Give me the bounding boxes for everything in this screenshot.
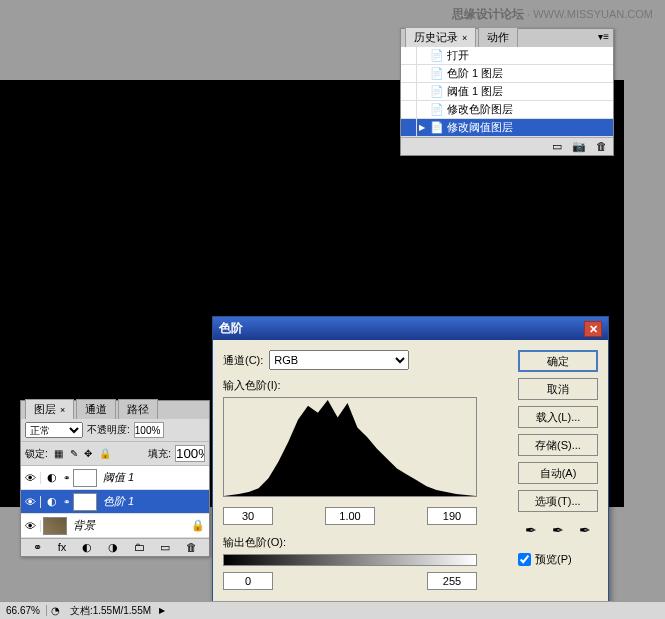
adjustment-thumb: ◐ — [43, 469, 61, 487]
history-item-label: 修改阈值图层 — [447, 120, 513, 135]
lock-move-icon[interactable]: ✥ — [84, 448, 92, 459]
layer-thumbnail[interactable] — [73, 493, 97, 511]
histogram[interactable] — [223, 397, 477, 497]
visibility-icon[interactable]: 👁 — [21, 496, 41, 508]
new-layer-icon[interactable]: ▭ — [160, 541, 170, 554]
output-gradient[interactable] — [223, 554, 477, 566]
document-icon: 📄 — [427, 67, 447, 80]
ok-button[interactable]: 确定 — [518, 350, 598, 372]
close-tab-icon[interactable]: × — [462, 33, 467, 43]
gray-dropper-icon[interactable]: ✒ — [552, 522, 564, 538]
opacity-label: 不透明度: — [87, 423, 130, 437]
black-dropper-icon[interactable]: ✒ — [525, 522, 537, 538]
trash-icon[interactable]: 🗑 — [596, 140, 607, 153]
document-icon: 📄 — [427, 103, 447, 116]
layer-item[interactable]: 👁背景🔒 — [21, 514, 209, 538]
lock-transparent-icon[interactable]: ▦ — [54, 448, 63, 459]
tab-channels[interactable]: 通道 — [76, 399, 116, 419]
tab-actions[interactable]: 动作 — [478, 27, 518, 47]
layer-item[interactable]: 👁◐⚭阈值 1 — [21, 466, 209, 490]
options-button[interactable]: 选项(T)... — [518, 490, 598, 512]
fill-input[interactable] — [175, 445, 205, 462]
link-icon[interactable]: ⚭ — [33, 541, 42, 554]
lock-icon: 🔒 — [191, 519, 205, 532]
blend-mode-select[interactable]: 正常 — [25, 422, 83, 438]
fill-label: 填充: — [148, 447, 171, 461]
document-icon: 📄 — [427, 121, 447, 134]
layer-thumbnail[interactable] — [73, 469, 97, 487]
zoom-level[interactable]: 66.67% — [0, 605, 47, 616]
lock-label: 锁定: — [25, 447, 48, 461]
layer-thumbnail[interactable] — [43, 517, 67, 535]
save-button[interactable]: 存储(S)... — [518, 434, 598, 456]
opacity-input[interactable] — [134, 422, 164, 438]
trash-icon[interactable]: 🗑 — [186, 541, 197, 554]
history-item[interactable]: 📄色阶 1 图层 — [401, 65, 613, 83]
lock-paint-icon[interactable]: ✎ — [70, 448, 78, 459]
tab-layers[interactable]: 图层× — [25, 399, 74, 419]
channel-select[interactable]: RGB — [269, 350, 409, 370]
status-icon[interactable]: ◔ — [47, 605, 64, 616]
dialog-title: 色阶 — [219, 320, 243, 337]
layer-name: 色阶 1 — [103, 494, 134, 509]
layer-name: 背景 — [73, 518, 95, 533]
input-white-field[interactable] — [427, 507, 477, 525]
auto-button[interactable]: 自动(A) — [518, 462, 598, 484]
preview-checkbox[interactable]: 预览(P) — [518, 552, 598, 567]
levels-dialog: 色阶 ✕ 通道(C): RGB 输入色阶(I): 输出色阶(O): — [212, 316, 609, 614]
tab-history[interactable]: 历史记录× — [405, 27, 476, 47]
load-button[interactable]: 载入(L)... — [518, 406, 598, 428]
doc-size: 文档:1.55M/1.55M — [64, 604, 157, 618]
visibility-icon[interactable]: 👁 — [21, 472, 41, 484]
close-icon[interactable]: ✕ — [584, 321, 602, 337]
mask-icon[interactable]: ◐ — [82, 541, 92, 554]
link-icon[interactable]: ⚭ — [63, 473, 71, 483]
layer-item[interactable]: 👁◐⚭色阶 1 — [21, 490, 209, 514]
history-item[interactable]: 📄阈值 1 图层 — [401, 83, 613, 101]
snapshot-icon[interactable]: ▭ — [552, 140, 562, 153]
layer-name: 阈值 1 — [103, 470, 134, 485]
fx-icon[interactable]: fx — [58, 541, 67, 554]
panel-menu-icon[interactable]: ▾≡ — [598, 31, 609, 42]
tab-paths[interactable]: 路径 — [118, 399, 158, 419]
input-levels-label: 输入色阶(I): — [223, 378, 508, 393]
history-item[interactable]: 📄打开 — [401, 47, 613, 65]
input-black-field[interactable] — [223, 507, 273, 525]
adjustment-thumb: ◐ — [43, 493, 61, 511]
history-panel: 历史记录× 动作 ▾≡ 📄打开📄色阶 1 图层📄阈值 1 图层📄修改色阶图层▶📄… — [400, 28, 614, 156]
history-item-label: 阈值 1 图层 — [447, 84, 503, 99]
output-black-field[interactable] — [223, 572, 273, 590]
chevron-right-icon[interactable]: ▶ — [159, 606, 165, 615]
visibility-icon[interactable]: 👁 — [21, 520, 41, 532]
adjustment-icon[interactable]: ◑ — [108, 541, 118, 554]
watermark: 思缘设计论坛 · WWW.MISSYUAN.COM — [452, 6, 653, 23]
link-icon[interactable]: ⚭ — [63, 497, 71, 507]
white-dropper-icon[interactable]: ✒ — [579, 522, 591, 538]
channel-label: 通道(C): — [223, 353, 263, 368]
history-item-label: 色阶 1 图层 — [447, 66, 503, 81]
input-gamma-field[interactable] — [325, 507, 375, 525]
document-icon: 📄 — [427, 85, 447, 98]
folder-icon[interactable]: 🗀 — [134, 541, 145, 554]
history-item-label: 打开 — [447, 48, 469, 63]
output-levels-label: 输出色阶(O): — [223, 535, 508, 550]
status-bar: 66.67% ◔ 文档:1.55M/1.55M ▶ — [0, 601, 665, 619]
cancel-button[interactable]: 取消 — [518, 378, 598, 400]
history-item[interactable]: ▶📄修改阈值图层 — [401, 119, 613, 137]
document-icon: 📄 — [427, 49, 447, 62]
layers-panel: 图层× 通道 路径 正常 不透明度: 锁定: ▦ ✎ ✥ 🔒 填充: 👁◐⚭阈值… — [20, 400, 210, 557]
camera-icon[interactable]: 📷 — [572, 140, 586, 153]
output-white-field[interactable] — [427, 572, 477, 590]
lock-all-icon[interactable]: 🔒 — [99, 448, 111, 459]
history-item-label: 修改色阶图层 — [447, 102, 513, 117]
history-item[interactable]: 📄修改色阶图层 — [401, 101, 613, 119]
